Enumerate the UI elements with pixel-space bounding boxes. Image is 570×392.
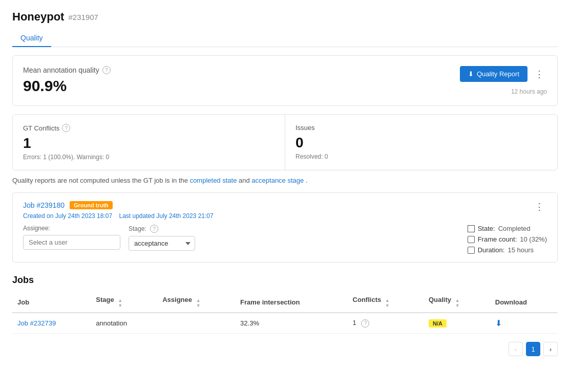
pagination: ‹ 1 ›: [12, 342, 558, 356]
col-conflicts: Conflicts ▲▼: [348, 292, 424, 313]
issues-cell: Issues 0 Resolved: 0: [285, 115, 557, 170]
gt-job-fields: Assignee: Stage: ? acceptance annotation…: [23, 225, 195, 251]
assignee-field-group: Assignee:: [23, 225, 120, 250]
gt-conflicts-sub: Errors: 1 (100.0%). Warnings: 0: [23, 154, 275, 161]
ground-truth-badge: Ground truth: [70, 201, 113, 209]
state-icon: [468, 225, 475, 232]
page-id: #231907: [68, 13, 98, 21]
quality-value: 90.9%: [23, 77, 111, 95]
frame-row: Frame count: 10 (32%): [468, 235, 547, 243]
td-conflicts: 1 ?: [348, 313, 424, 334]
td-assignee: [157, 313, 235, 334]
quality-card: Mean annotation quality ? 90.9% ⬇ Qualit…: [12, 55, 558, 106]
gt-job-link[interactable]: Job #239180: [23, 201, 65, 209]
duration-row: Duration: 15 hours: [468, 246, 547, 254]
table-header-row: Job Stage ▲▼ Assignee ▲▼ Frame intersect…: [12, 292, 558, 313]
quality-label: Mean annotation quality ?: [23, 66, 111, 74]
gt-conflicts-cell: GT Conflicts ? 1 Errors: 1 (100.0%). War…: [13, 115, 285, 170]
duration-icon: [468, 247, 475, 254]
col-quality: Quality ▲▼: [424, 292, 490, 313]
assignee-label: Assignee:: [23, 225, 120, 232]
quality-info-icon[interactable]: ?: [102, 66, 111, 74]
stage-sort-icons[interactable]: ▲▼: [118, 298, 122, 308]
col-assignee: Assignee ▲▼: [157, 292, 235, 313]
issues-value: 0: [295, 135, 547, 151]
quality-actions: ⬇ Quality Report ⋮ 12 hours ago: [460, 66, 547, 95]
conflict-row-info-icon[interactable]: ?: [361, 319, 369, 328]
gt-job-meta: Created on July 24th 2023 18:07 Last upd…: [23, 212, 547, 220]
stage-select[interactable]: acceptance annotation validation: [129, 236, 195, 251]
td-download: ⬇: [490, 313, 558, 334]
issues-label: Issues: [295, 124, 547, 132]
quality-report-button[interactable]: ⬇ Quality Report: [460, 66, 527, 82]
gt-job-more-button[interactable]: ⋮: [532, 201, 547, 212]
page-header: Honeypot #231907: [12, 10, 558, 24]
col-stage: Stage ▲▼: [91, 292, 157, 313]
completed-state-link[interactable]: completed state: [190, 177, 237, 184]
col-download: Download: [490, 292, 558, 313]
metrics-row: GT Conflicts ? 1 Errors: 1 (100.0%). War…: [12, 114, 558, 170]
frame-value: 10 (32%): [520, 235, 547, 243]
td-frame-intersection: 32.3%: [235, 313, 347, 334]
prev-page-button[interactable]: ‹: [509, 342, 523, 356]
assignee-sort-icons[interactable]: ▲▼: [196, 298, 201, 308]
quality-timestamp: 12 hours ago: [511, 88, 547, 95]
col-frame-intersection: Frame intersection: [235, 292, 347, 313]
stage-info-icon[interactable]: ?: [150, 225, 158, 233]
gt-conflicts-value: 1: [23, 135, 275, 151]
conflicts-sort-icons[interactable]: ▲▼: [385, 298, 390, 308]
assignee-input[interactable]: [23, 235, 120, 250]
job-row-link[interactable]: Job #232739: [17, 319, 56, 327]
quality-more-button[interactable]: ⋮: [532, 69, 547, 80]
td-stage: annotation: [91, 313, 157, 334]
issues-sub: Resolved: 0: [295, 153, 547, 160]
td-job: Job #232739: [12, 313, 91, 334]
gt-job-card: Job #239180 Ground truth ⋮ Created on Ju…: [12, 192, 558, 263]
stage-field-group: Stage: ? acceptance annotation validatio…: [129, 225, 195, 251]
td-quality: N/A: [424, 313, 490, 334]
jobs-section-title: Jobs: [12, 275, 558, 286]
table-row: Job #232739 annotation 32.3% 1 ? N/A ⬇: [12, 313, 558, 334]
gt-conflicts-info-icon[interactable]: ?: [62, 124, 70, 132]
state-value: Completed: [498, 225, 531, 232]
current-page-button[interactable]: 1: [526, 342, 540, 356]
gt-job-header: Job #239180 Ground truth: [23, 201, 113, 209]
duration-value: 15 hours: [508, 246, 534, 254]
jobs-table: Job Stage ▲▼ Assignee ▲▼ Frame intersect…: [12, 292, 558, 334]
tab-quality[interactable]: Quality: [12, 30, 51, 47]
frame-icon: [468, 236, 475, 243]
download-icon: ⬇: [468, 70, 474, 78]
quality-badge: N/A: [429, 319, 447, 328]
state-row: State: Completed: [468, 225, 547, 232]
gt-job-state-section: State: Completed Frame count: 10 (32%) D…: [468, 225, 547, 254]
col-job: Job: [12, 292, 91, 313]
page-title: Honeypot: [12, 10, 64, 24]
next-page-button[interactable]: ›: [543, 342, 558, 356]
quality-notice: Quality reports are not computed unless …: [12, 177, 558, 184]
stage-label: Stage: ?: [129, 225, 195, 233]
jobs-section: Jobs Job Stage ▲▼ Assignee ▲▼ Frame inte…: [12, 275, 558, 356]
gt-conflicts-label: GT Conflicts ?: [23, 124, 275, 132]
acceptance-stage-link[interactable]: acceptance stage: [251, 177, 304, 184]
row-download-icon[interactable]: ⬇: [495, 319, 502, 328]
quality-sort-icons[interactable]: ▲▼: [455, 298, 460, 308]
gt-job-updated-date: July 24th 2023 21:07: [156, 212, 213, 220]
tabs-bar: Quality: [12, 30, 558, 47]
gt-job-created-date: July 24th 2023 18:07: [55, 212, 112, 220]
